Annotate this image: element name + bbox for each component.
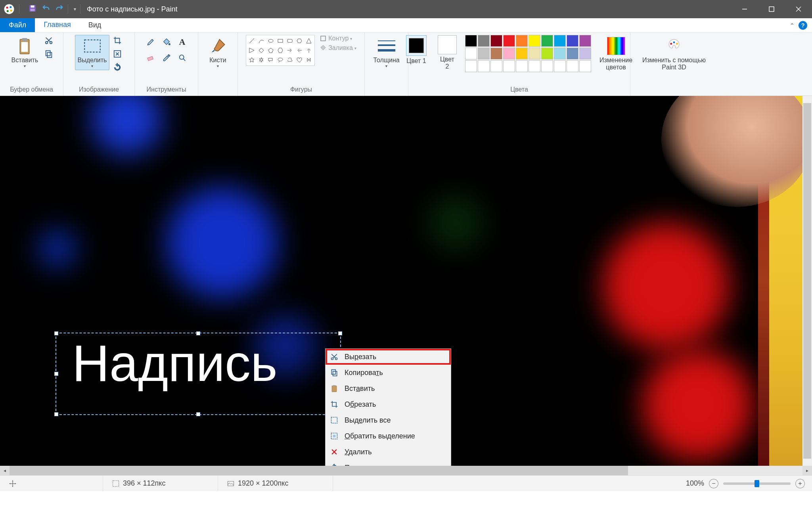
tab-file[interactable]: Файл (0, 18, 35, 32)
svg-marker-31 (259, 48, 264, 53)
eraser-icon[interactable] (144, 51, 158, 65)
svg-marker-30 (249, 48, 254, 53)
palette-swatch[interactable] (516, 48, 528, 59)
palette-swatch[interactable] (465, 35, 477, 47)
palette-swatch[interactable] (516, 35, 528, 47)
scroll-left-icon[interactable]: ◂ (0, 466, 10, 475)
selection-rect[interactable]: Надпись (56, 333, 341, 415)
ctx-invert[interactable]: Обратить выделение (326, 428, 451, 444)
palette-swatch[interactable] (529, 48, 540, 59)
palette-swatch[interactable] (554, 48, 566, 59)
palette-swatch[interactable] (541, 48, 553, 59)
status-bar: 396 × 112пкс 1920 × 1200пкс 100% − + (0, 475, 812, 491)
edit-colors-button[interactable]: Изменение цветов (597, 35, 635, 73)
group-clipboard: Вставить ▾ Буфер обмена (0, 33, 63, 96)
svg-rect-47 (333, 385, 336, 386)
ctx-label: Вырезать (345, 353, 376, 361)
fill-icon[interactable] (159, 35, 174, 49)
palette-swatch[interactable] (529, 60, 540, 72)
group-label: Цвета (510, 86, 528, 96)
maximize-button[interactable] (758, 0, 785, 18)
ctx-selectall[interactable]: Выделить все (326, 412, 451, 428)
shape-fill-button[interactable]: Заливка ▾ (320, 44, 356, 52)
cut-icon[interactable] (43, 35, 54, 46)
undo-icon[interactable] (42, 4, 50, 14)
palette-swatch[interactable] (579, 48, 591, 59)
context-menu: ВырезатьКопироватьВставитьОбрезатьВыдели… (325, 348, 451, 466)
palette-swatch[interactable] (465, 60, 477, 72)
qat-dropdown-icon[interactable]: ▾ (74, 6, 76, 12)
palette-swatch[interactable] (465, 48, 477, 59)
svg-point-41 (676, 43, 678, 45)
svg-point-23 (179, 55, 184, 59)
horizontal-scrollbar[interactable]: ◂ ▸ (0, 466, 812, 475)
magnifier-icon[interactable] (175, 51, 190, 65)
palette-swatch[interactable] (478, 35, 490, 47)
collapse-ribbon-icon[interactable]: ⌃ (790, 22, 795, 29)
chevron-down-icon: ▾ (217, 64, 219, 68)
save-icon[interactable] (28, 4, 37, 14)
ctx-paste[interactable]: Вставить (326, 381, 451, 396)
palette-swatch[interactable] (541, 60, 553, 72)
palette-swatch[interactable] (478, 48, 490, 59)
minimize-button[interactable] (731, 0, 758, 18)
palette-swatch[interactable] (554, 60, 566, 72)
copy-icon[interactable] (43, 48, 54, 59)
chevron-down-icon: ▾ (385, 64, 387, 68)
select-button[interactable]: Выделить ▾ (75, 35, 110, 70)
palette-swatch[interactable] (567, 35, 578, 47)
image-size-text: 1920 × 1200пкс (238, 479, 288, 488)
palette-swatch[interactable] (579, 60, 591, 72)
shape-outline-button[interactable]: Контур ▾ (320, 35, 356, 42)
ribbon-tabs: Файл Главная Вид ⌃ ? (0, 18, 812, 33)
ctx-label: Вставить (345, 385, 375, 393)
palette-swatch[interactable] (529, 35, 540, 47)
color1-button[interactable]: Цвет 1 (403, 35, 429, 67)
close-button[interactable] (785, 0, 812, 18)
text-icon[interactable]: A (175, 35, 190, 49)
crop-icon[interactable] (112, 35, 123, 46)
palette-swatch[interactable] (503, 60, 515, 72)
palette-swatch[interactable] (503, 48, 515, 59)
help-icon[interactable]: ? (799, 21, 807, 30)
svg-rect-9 (769, 7, 774, 11)
palette-swatch[interactable] (516, 60, 528, 72)
palette-swatch[interactable] (503, 35, 515, 47)
palette-swatch[interactable] (579, 35, 591, 47)
palette-swatch[interactable] (490, 60, 502, 72)
zoom-out-button[interactable]: − (709, 479, 718, 488)
palette-swatch[interactable] (490, 35, 502, 47)
image-canvas[interactable]: Надпись ВырезатьКопироватьВставитьОбреза… (0, 96, 812, 466)
vertical-scrollbar[interactable] (802, 96, 812, 466)
svg-rect-26 (278, 39, 283, 42)
zoom-slider[interactable] (723, 482, 791, 485)
ctx-copy[interactable]: Копировать (326, 365, 451, 381)
paint3d-button[interactable]: Изменить с помощью Paint 3D (634, 35, 714, 73)
rotate-icon[interactable] (112, 62, 123, 73)
resize-icon[interactable] (112, 48, 123, 59)
redo-icon[interactable] (55, 4, 64, 14)
palette-swatch[interactable] (541, 35, 553, 47)
tab-view[interactable]: Вид (80, 18, 110, 32)
ctx-delete[interactable]: Удалить (326, 444, 451, 460)
pencil-icon[interactable] (144, 35, 158, 49)
brushes-button[interactable]: Кисти ▾ (206, 35, 230, 70)
scroll-right-icon[interactable]: ▸ (802, 466, 812, 475)
palette-swatch[interactable] (478, 60, 490, 72)
ctx-rotate[interactable]: Повернуть▶ (326, 460, 451, 466)
palette-swatch[interactable] (567, 60, 578, 72)
ctx-cut[interactable]: Вырезать (326, 349, 451, 365)
shapes-gallery[interactable] (246, 35, 315, 66)
palette-swatch[interactable] (554, 35, 566, 47)
color2-button[interactable]: Цвет 2 (435, 35, 460, 72)
ctx-crop[interactable]: Обрезать (326, 396, 451, 412)
zoom-in-button[interactable]: + (795, 479, 805, 488)
tab-home[interactable]: Главная (35, 18, 80, 32)
picker-icon[interactable] (159, 51, 174, 65)
svg-rect-22 (147, 56, 153, 61)
color-palette[interactable] (465, 35, 591, 72)
paste-button[interactable]: Вставить ▾ (9, 35, 41, 70)
palette-swatch[interactable] (567, 48, 578, 59)
size-button[interactable]: Толщина ▾ (370, 35, 402, 70)
palette-swatch[interactable] (490, 48, 502, 59)
